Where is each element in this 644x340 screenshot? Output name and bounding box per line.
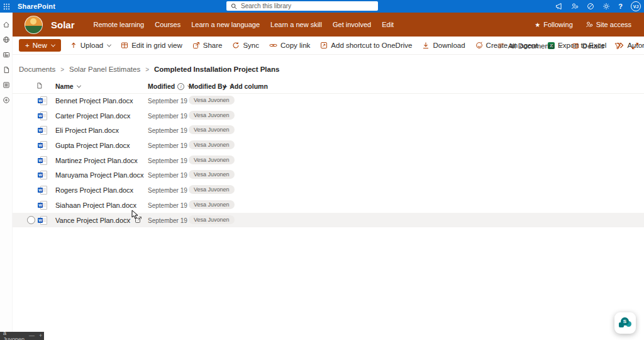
sync-icon	[232, 42, 240, 49]
app-launcher-waffle-icon[interactable]	[0, 0, 13, 13]
file-modified-by-pill[interactable]: Vesa Juvonen	[189, 185, 235, 194]
account-avatar[interactable]: VJ	[631, 1, 641, 11]
lists-icon[interactable]	[3, 81, 10, 89]
file-modified-date: September 19	[148, 172, 187, 179]
browser-tab-fragment: a Juvonen — +	[0, 332, 44, 340]
file-modified-by-pill[interactable]: Vesa Juvonen	[189, 200, 235, 209]
download-icon	[422, 42, 430, 49]
file-modified-by-pill[interactable]: Vesa Juvonen	[189, 111, 235, 120]
file-modified-by-pill[interactable]: Vesa Juvonen	[189, 125, 235, 134]
table-row[interactable]: W Maruyama Project Plan.docx September 1…	[13, 167, 644, 183]
breadcrumb-item[interactable]: Solar Panel Estimates	[69, 65, 140, 73]
table-row[interactable]: W Carter Project Plan.docx September 19 …	[13, 108, 644, 123]
document-icon[interactable]	[3, 66, 10, 74]
news-icon[interactable]	[3, 51, 10, 59]
site-nav-item[interactable]: Courses	[155, 21, 180, 28]
create-icon[interactable]	[3, 96, 10, 104]
file-name[interactable]: Maruyama Project Plan.docx	[55, 171, 144, 179]
add-column-button[interactable]: + Add column	[223, 82, 268, 90]
command-bar: + New Upload Edit in grid view Share Syn…	[13, 37, 644, 55]
column-header-modified[interactable]: Modified i	[148, 82, 191, 90]
following-button[interactable]: ★ Following	[535, 21, 572, 28]
chevron-down-icon	[107, 42, 111, 47]
file-name[interactable]: Eli Project Plan.docx	[55, 127, 119, 134]
copy-link-button[interactable]: Copy link	[269, 42, 310, 49]
row-share-icon[interactable]	[135, 216, 142, 224]
site-nav-item[interactable]: Learn a new skill	[270, 21, 322, 28]
slash-circle-icon[interactable]	[587, 3, 594, 10]
file-modified-by-pill[interactable]: Vesa Juvonen	[189, 140, 235, 149]
file-name[interactable]: Carter Project Plan.docx	[55, 112, 130, 120]
filter-icon[interactable]	[614, 42, 622, 50]
file-name[interactable]: Bennet Project Plan.docx	[55, 97, 133, 105]
file-modified-by-pill[interactable]: Vesa Juvonen	[189, 96, 235, 105]
download-button[interactable]: Download	[422, 42, 465, 49]
app-name[interactable]: SharePoint	[18, 3, 55, 10]
table-row[interactable]: W Rogers Project Plan.docx September 19 …	[13, 183, 644, 198]
word-file-icon: W	[38, 186, 47, 195]
file-modified-date: September 19	[148, 113, 187, 120]
column-header-name[interactable]: Name	[55, 82, 80, 90]
word-file-icon: W	[38, 141, 47, 150]
browser-tab-label[interactable]: a Juvonen	[3, 330, 25, 340]
site-title[interactable]: Solar	[51, 20, 75, 30]
table-row[interactable]: W Bennet Project Plan.docx September 19 …	[13, 93, 644, 108]
site-logo[interactable]	[25, 16, 43, 34]
expand-icon[interactable]	[631, 42, 639, 50]
view-selector[interactable]: All Documents	[497, 42, 562, 50]
edit-grid-view-button[interactable]: Edit in grid view	[121, 42, 182, 49]
file-name[interactable]: Vance Project Plan.docx	[55, 217, 130, 224]
file-name[interactable]: Gupta Project Plan.docx	[55, 142, 130, 149]
megaphone-icon[interactable]	[555, 3, 563, 10]
add-shortcut-onedrive-button[interactable]: Add shortcut to OneDrive	[320, 42, 412, 49]
word-file-icon: W	[38, 111, 47, 120]
home-icon[interactable]	[3, 21, 10, 28]
file-modified-date: September 19	[148, 98, 187, 105]
row-more-actions-icon[interactable]: ⋯	[123, 215, 131, 224]
globe-icon[interactable]	[3, 36, 10, 43]
file-modified-by-pill[interactable]: Vesa Juvonen	[189, 156, 235, 164]
new-tab-icon[interactable]: +	[39, 333, 42, 339]
file-name[interactable]: Martinez Project Plan.docx	[55, 157, 138, 164]
breadcrumb-separator: >	[60, 66, 64, 73]
upload-button[interactable]: Upload	[70, 42, 111, 49]
table-row[interactable]: W Gupta Project Plan.docx September 19 V…	[13, 138, 644, 153]
file-name[interactable]: Rogers Project Plan.docx	[55, 186, 133, 194]
row-select-radio[interactable]	[27, 216, 35, 224]
table-header: Name Modified i Modified By + Add column	[13, 80, 644, 94]
site-nav-item[interactable]: Get involved	[333, 21, 371, 28]
file-modified-date: September 19	[148, 202, 187, 209]
share-button[interactable]: Share	[192, 42, 223, 49]
people-icon[interactable]	[571, 3, 579, 10]
word-file-icon: W	[38, 201, 47, 210]
details-pane-button[interactable]: Details	[572, 42, 604, 50]
table-row[interactable]: W Martinez Project Plan.docx September 1…	[13, 153, 644, 168]
chevron-down-icon	[51, 42, 55, 47]
file-modified-by-pill[interactable]: Vesa Juvonen	[189, 170, 235, 179]
settings-gear-icon[interactable]	[602, 3, 610, 10]
table-row[interactable]: W Siahaan Project Plan.docx September 19…	[13, 198, 644, 213]
file-type-column-icon	[36, 82, 43, 89]
table-row[interactable]: W Vance Project Plan.docx ⋯ September 19…	[13, 213, 644, 228]
breadcrumb-item[interactable]: Documents	[19, 65, 55, 73]
share-icon	[192, 42, 200, 49]
sharepoint-app-promo-button[interactable]: S	[614, 312, 636, 334]
word-file-icon: W	[38, 171, 47, 179]
table-row[interactable]: W Eli Project Plan.docx September 19 Ves…	[13, 123, 644, 138]
file-modified-date: September 19	[148, 157, 187, 164]
file-name[interactable]: Siahaan Project Plan.docx	[55, 201, 136, 209]
site-nav-item[interactable]: Edit	[382, 21, 394, 28]
file-modified-by-pill[interactable]: Vesa Juvonen	[189, 215, 235, 224]
file-list: W Bennet Project Plan.docx September 19 …	[13, 93, 644, 227]
site-nav-item[interactable]: Learn a new language	[191, 21, 260, 28]
breadcrumb-separator: >	[145, 66, 149, 73]
site-access-button[interactable]: Site access	[586, 21, 631, 28]
tab-minimize-icon[interactable]: —	[29, 333, 35, 339]
site-nav-item[interactable]: Remote learning	[94, 21, 145, 28]
sync-button[interactable]: Sync	[232, 42, 259, 49]
search-input[interactable]: Search this library	[226, 1, 378, 11]
help-icon[interactable]: ?	[618, 3, 623, 10]
sharepoint-logo-icon: S	[619, 317, 631, 329]
breadcrumb-item[interactable]: Completed Installation Project Plans	[154, 65, 279, 73]
new-button[interactable]: + New	[19, 39, 61, 52]
